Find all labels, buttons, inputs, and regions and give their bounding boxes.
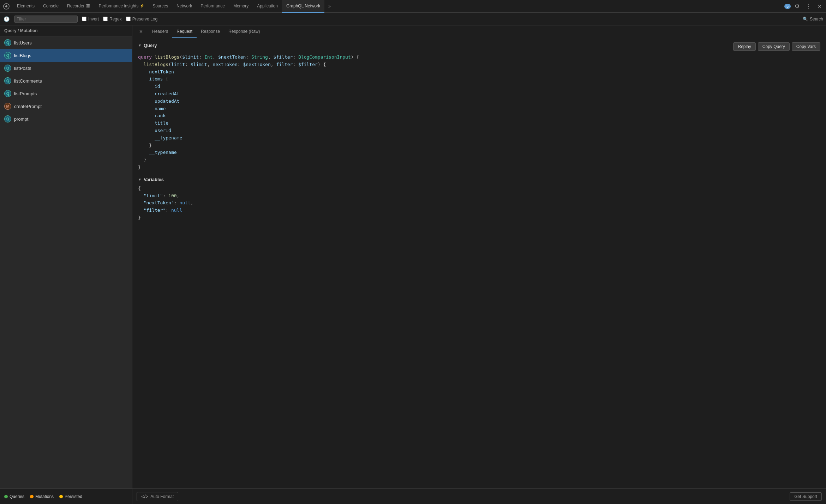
recorder-icon: 🎬: [86, 4, 90, 8]
code-icon: </>: [141, 494, 148, 499]
filter-input-wrap: [14, 16, 78, 23]
type-badge-query: Q: [4, 52, 11, 59]
devtools-logo-icon[interactable]: [1, 1, 11, 11]
query-section-header: ▼ Query: [138, 43, 157, 48]
tab-performance-insights[interactable]: Performance insights ⚡: [94, 0, 148, 13]
sidebar-item-listComments[interactable]: Q listComments: [0, 74, 132, 87]
more-tabs-chevron[interactable]: »: [324, 1, 334, 11]
content-area: ▼ Query Replay Copy Query Copy Vars quer…: [132, 38, 826, 488]
tab-response-raw[interactable]: Response (Raw): [224, 25, 264, 38]
type-badge-mutation: M: [4, 103, 11, 110]
legend-mutations[interactable]: Mutations: [30, 494, 54, 499]
sidebar-item-label: listPosts: [14, 66, 31, 71]
copy-query-button[interactable]: Copy Query: [758, 42, 790, 51]
sidebar: Query / Mutation Q listUsers Q listBlogs…: [0, 25, 132, 504]
sidebar-item-listBlogs[interactable]: Q listBlogs: [0, 49, 132, 62]
sidebar-item-listPrompts[interactable]: Q listPrompts: [0, 87, 132, 100]
sidebar-item-createPrompt[interactable]: M createPrompt: [0, 100, 132, 113]
sidebar-header: Query / Mutation: [0, 25, 132, 36]
tab-bar-left: Elements Console Recorder 🎬 Performance …: [1, 0, 784, 13]
invert-checkbox[interactable]: [82, 17, 86, 21]
close-icon[interactable]: ✕: [815, 1, 825, 11]
settings-icon[interactable]: ⚙: [792, 1, 802, 11]
variables-code-block: { "limit": 100, "nextToken": null, "filt…: [138, 185, 820, 222]
type-badge-query: Q: [4, 115, 11, 122]
variables-section-header: ▼ Variables: [138, 177, 820, 182]
query-chevron-icon: ▼: [138, 43, 142, 47]
sidebar-item-label: listUsers: [14, 40, 32, 46]
query-action-buttons: Replay Copy Query Copy Vars: [733, 42, 820, 51]
legend-persisted[interactable]: Persisted: [59, 494, 82, 499]
replay-button[interactable]: Replay: [733, 42, 755, 51]
tab-recorder[interactable]: Recorder 🎬: [63, 0, 94, 13]
regex-checkbox-label[interactable]: Regex: [103, 17, 122, 22]
sidebar-footer: Queries Mutations Persisted: [0, 488, 132, 504]
tab-application[interactable]: Application: [253, 0, 282, 13]
tab-network[interactable]: Network: [172, 0, 196, 13]
variables-section: ▼ Variables { "limit": 100, "nextToken":…: [138, 177, 820, 222]
clear-filter-icon[interactable]: 🕐: [3, 16, 10, 23]
tab-response[interactable]: Response: [197, 25, 224, 38]
type-badge-query: Q: [4, 90, 11, 97]
performance-icon: ⚡: [140, 4, 144, 8]
legend-queries[interactable]: Queries: [4, 494, 24, 499]
tab-bar: Elements Console Recorder 🎬 Performance …: [0, 0, 826, 13]
tab-graphql-network[interactable]: GraphQL Network: [282, 0, 324, 13]
tab-console[interactable]: Console: [39, 0, 63, 13]
sidebar-item-prompt[interactable]: Q prompt: [0, 113, 132, 125]
query-code-block: query listBlogs($limit: Int, $nextToken:…: [138, 54, 820, 171]
sidebar-item-label: prompt: [14, 116, 28, 122]
search-icon: 🔍: [803, 17, 808, 22]
persisted-dot: [59, 495, 63, 498]
main-content: Query / Mutation Q listUsers Q listBlogs…: [0, 25, 826, 504]
sidebar-list: Q listUsers Q listBlogs Q listPosts Q li…: [0, 36, 132, 488]
tab-headers[interactable]: Headers: [148, 25, 172, 38]
filter-input[interactable]: [17, 17, 75, 22]
tab-bar-right: 5 ⚙ ⋮ ✕: [784, 1, 825, 11]
tab-request[interactable]: Request: [172, 25, 197, 38]
type-badge-query: Q: [4, 39, 11, 46]
queries-dot: [4, 495, 8, 498]
svg-point-1: [5, 5, 7, 7]
sidebar-item-label: listPrompts: [14, 91, 37, 96]
sidebar-item-label: listComments: [14, 78, 42, 84]
query-section: ▼ Query Replay Copy Query Copy Vars quer…: [138, 42, 820, 171]
mutations-dot: [30, 495, 34, 498]
copy-vars-button[interactable]: Copy Vars: [792, 42, 820, 51]
search-button[interactable]: 🔍 Search: [803, 17, 823, 22]
sidebar-item-listPosts[interactable]: Q listPosts: [0, 62, 132, 74]
right-panel: ✕ Headers Request Response Response (Raw…: [132, 25, 826, 504]
tab-memory[interactable]: Memory: [229, 0, 253, 13]
regex-checkbox[interactable]: [103, 17, 108, 21]
tab-elements[interactable]: Elements: [13, 0, 39, 13]
panel-tabs: ✕ Headers Request Response Response (Raw…: [132, 25, 826, 38]
invert-checkbox-label[interactable]: Invert: [82, 17, 99, 22]
filter-bar: 🕐 Invert Regex Preserve Log 🔍 Search: [0, 13, 826, 25]
get-support-button[interactable]: Get Support: [790, 492, 822, 501]
preserve-log-checkbox-label[interactable]: Preserve Log: [126, 17, 157, 22]
auto-format-button[interactable]: </> Auto Format: [137, 492, 178, 501]
panel-close-button[interactable]: ✕: [137, 28, 145, 36]
type-badge-query: Q: [4, 65, 11, 72]
more-options-icon[interactable]: ⋮: [803, 1, 813, 11]
preserve-log-checkbox[interactable]: [126, 17, 131, 21]
sidebar-item-listUsers[interactable]: Q listUsers: [0, 36, 132, 49]
variables-chevron-icon: ▼: [138, 178, 142, 181]
panel-footer: </> Auto Format Get Support: [132, 488, 826, 504]
tab-performance[interactable]: Performance: [196, 0, 229, 13]
sidebar-item-label: createPrompt: [14, 104, 42, 109]
type-badge-query: Q: [4, 77, 11, 84]
sidebar-item-label: listBlogs: [14, 53, 31, 58]
tab-sources[interactable]: Sources: [148, 0, 172, 13]
notification-badge: 5: [784, 4, 791, 9]
